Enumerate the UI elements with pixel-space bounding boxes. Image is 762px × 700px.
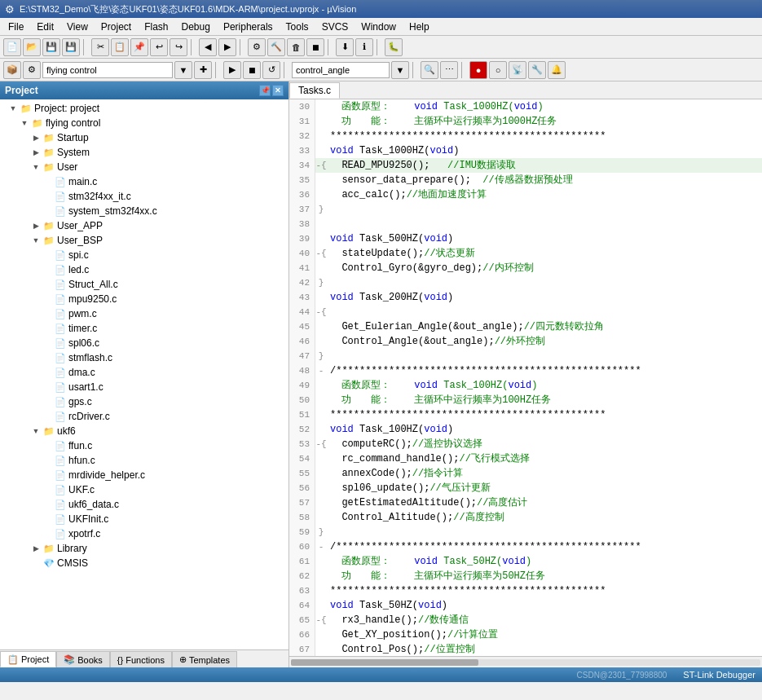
line-content[interactable]: void Task_1000HZ(void)	[327, 143, 762, 158]
tree-system[interactable]: ▶ 📁 System	[0, 145, 289, 160]
tree-mrdivide-c[interactable]: 📄 mrdivide_helper.c	[0, 468, 289, 482]
function-dropdown[interactable]: control_angle	[292, 62, 390, 78]
antenna-btn[interactable]: 📡	[509, 61, 526, 79]
editor-tab-tasks-c[interactable]: Tasks.c	[289, 82, 340, 99]
tree-ukfinit-c[interactable]: 📄 UKFInit.c	[0, 512, 289, 526]
menu-item-file[interactable]: File	[2, 18, 30, 35]
tree-user[interactable]: ▼ 📁 User	[0, 160, 289, 174]
line-content[interactable]: Get_XY_position();//计算位置	[327, 627, 762, 642]
redo-btn[interactable]: ↪	[170, 38, 187, 56]
line-content[interactable]: spl06_update();//气压计更新	[327, 481, 762, 495]
menu-item-peripherals[interactable]: Peripherals	[217, 18, 280, 35]
fwd-btn[interactable]: ▶	[218, 38, 236, 56]
tree-stm32f4xx-it-c[interactable]: 📄 stm32f4xx_it.c	[0, 189, 289, 204]
target-select-btn[interactable]: ▼	[174, 61, 192, 79]
tree-flying-control[interactable]: ▼ 📁 flying control	[0, 116, 289, 130]
line-content[interactable]: annexCode();//指令计算	[327, 466, 762, 481]
reset-btn[interactable]: ↺	[262, 61, 280, 79]
line-content[interactable]: READ_MPU9250(); //IMU数据读取	[327, 158, 762, 173]
line-content[interactable]: /***************************************…	[327, 539, 762, 554]
back-btn[interactable]: ◀	[199, 38, 217, 56]
project-target-icon[interactable]: 📦	[3, 61, 21, 79]
tree-rcdriver-c[interactable]: 📄 rcDriver.c	[0, 409, 289, 424]
tab-functions[interactable]: {} Functions	[110, 651, 172, 667]
line-content[interactable]: getEstimatedAltitude();//高度估计	[327, 495, 762, 510]
tree-spi-c[interactable]: 📄 spi.c	[0, 248, 289, 262]
tree-library[interactable]: ▶ 📁 Library	[0, 541, 289, 556]
line-content[interactable]: ****************************************…	[327, 129, 762, 143]
line-content[interactable]: 功 能： 主循环中运行频率为100HZ任务	[327, 393, 762, 407]
more-btn[interactable]: ⋯	[440, 61, 458, 79]
tree-system-stm32-c[interactable]: 📄 system_stm32f4xx.c	[0, 204, 289, 218]
menu-item-flash[interactable]: Flash	[138, 18, 174, 35]
tree-mpu9250-c[interactable]: 📄 mpu9250.c	[0, 292, 289, 306]
hscroll-thumb[interactable]	[291, 659, 478, 666]
info-btn[interactable]: ℹ	[355, 38, 373, 56]
line-content[interactable]: 函数原型： void Task_1000HZ(void)	[327, 99, 762, 114]
tree-usart1-c[interactable]: 📄 usart1.c	[0, 380, 289, 394]
line-content[interactable]: Control_Angle(&out_angle);//外环控制	[327, 334, 762, 349]
line-content[interactable]: rx3_handle();//数传通信	[327, 613, 762, 627]
circle-btn[interactable]: ○	[489, 61, 507, 79]
stop-run-btn[interactable]: ⏹	[243, 61, 261, 79]
open-btn[interactable]: 📂	[23, 38, 41, 56]
line-content[interactable]: acc_calc();//地面加速度计算	[327, 187, 762, 202]
tree-xpotrf-c[interactable]: 📄 xpotrf.c	[0, 526, 289, 541]
line-content[interactable]: Control_Pos();//位置控制	[327, 642, 762, 656]
menu-item-view[interactable]: View	[60, 18, 95, 35]
target-settings-btn[interactable]: ⚙	[23, 61, 41, 79]
tree-timer-c[interactable]: 📄 timer.c	[0, 321, 289, 336]
editor-hscroll[interactable]	[289, 656, 762, 667]
line-content[interactable]: Control_Altitude();//高度控制	[327, 510, 762, 525]
tree-project-root[interactable]: ▼ 📁 Project: project	[0, 101, 289, 116]
line-content[interactable]: void Task_200HZ(void)	[327, 290, 762, 305]
line-content[interactable]: computeRC();//遥控协议选择	[327, 437, 762, 451]
tab-project[interactable]: 📋 Project	[0, 651, 56, 667]
tree-ffun-c[interactable]: 📄 ffun.c	[0, 438, 289, 453]
line-content[interactable]: void Task_100HZ(void)	[327, 422, 762, 437]
menu-item-project[interactable]: Project	[95, 18, 138, 35]
line-content[interactable]: rc_command_handle();//飞行模式选择	[327, 451, 762, 466]
config-btn[interactable]: 🔧	[528, 61, 546, 79]
tree-led-c[interactable]: 📄 led.c	[0, 262, 289, 277]
line-content[interactable]: 功 能： 主循环中运行频率为50HZ任务	[327, 569, 762, 583]
copy-btn[interactable]: 📋	[111, 38, 129, 56]
tab-templates[interactable]: ⊕ Templates	[172, 651, 237, 667]
download-btn[interactable]: ⬇	[336, 38, 354, 56]
panel-close-btn[interactable]: ✕	[272, 85, 284, 96]
menu-item-edit[interactable]: Edit	[30, 18, 60, 35]
line-content[interactable]: 功 能： 主循环中运行频率为1000HZ任务	[327, 114, 762, 129]
clean-btn[interactable]: 🗑	[287, 38, 305, 56]
stop-btn[interactable]: ⏹	[306, 38, 324, 56]
tree-user-bsp[interactable]: ▼ 📁 User_BSP	[0, 233, 289, 248]
line-content[interactable]: /***************************************…	[327, 363, 762, 378]
rebuild-btn[interactable]: 🔨	[267, 38, 285, 56]
tree-ukf-c[interactable]: 📄 UKF.c	[0, 482, 289, 497]
build-btn[interactable]: ⚙	[248, 38, 266, 56]
search-btn[interactable]: 🔍	[421, 61, 438, 79]
undo-btn[interactable]: ↩	[150, 38, 168, 56]
panel-pin-btn[interactable]: 📌	[259, 85, 271, 96]
tree-user-app[interactable]: ▶ 📁 User_APP	[0, 218, 289, 233]
line-content[interactable]: 函数原型： void Task_100HZ(void)	[327, 378, 762, 393]
add-target-btn[interactable]: ✚	[194, 61, 212, 79]
tree-startup[interactable]: ▶ 📁 Startup	[0, 130, 289, 145]
line-content[interactable]: void Task_500HZ(void)	[327, 231, 762, 246]
red-dot-btn[interactable]: ●	[469, 61, 487, 79]
tree-pwm-c[interactable]: 📄 pwm.c	[0, 306, 289, 321]
menu-item-svcs[interactable]: SVCS	[315, 18, 355, 35]
code-editor[interactable]: 30 函数原型： void Task_1000HZ(void)31 功 能： 主…	[289, 99, 762, 656]
line-content[interactable]: stateUpdate();//状态更新	[327, 246, 762, 261]
line-content[interactable]: ****************************************…	[327, 407, 762, 422]
line-content[interactable]: Control_Gyro(&gyro_deg);//内环控制	[327, 261, 762, 275]
tree-hfun-c[interactable]: 📄 hfun.c	[0, 453, 289, 468]
tree-dma-c[interactable]: 📄 dma.c	[0, 365, 289, 380]
tree-stmflash-c[interactable]: 📄 stmflash.c	[0, 350, 289, 365]
tab-books[interactable]: 📚 Books	[56, 651, 110, 667]
line-content[interactable]: void Task_50HZ(void)	[327, 598, 762, 613]
tree-ukf6-data-c[interactable]: 📄 ukf6_data.c	[0, 497, 289, 512]
paste-btn[interactable]: 📌	[130, 38, 148, 56]
line-content[interactable]: 函数原型： void Task_50HZ(void)	[327, 554, 762, 569]
menu-item-help[interactable]: Help	[403, 18, 436, 35]
new-btn[interactable]: 📄	[3, 38, 21, 56]
